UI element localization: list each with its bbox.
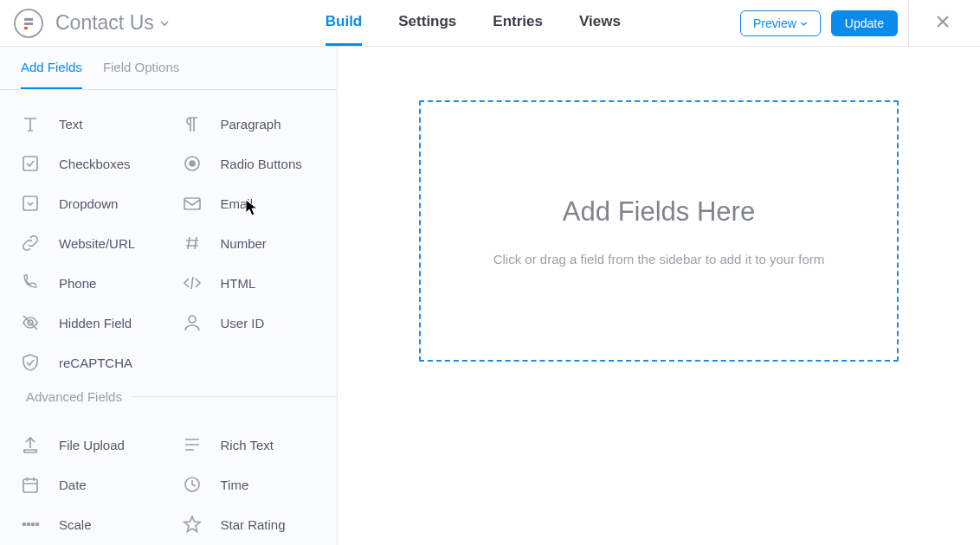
dropdown-icon bbox=[19, 192, 42, 215]
svg-point-15 bbox=[36, 523, 39, 526]
tab-build[interactable]: Build bbox=[326, 0, 363, 46]
main: Add Fields Field Options TextParagraphCh… bbox=[0, 47, 980, 545]
field-label: Scale bbox=[59, 517, 92, 532]
field-label: Website/URL bbox=[59, 236, 135, 251]
field-label: Dropdown bbox=[59, 196, 118, 211]
logo-glyph-icon bbox=[22, 16, 35, 30]
drop-subtitle: Click or drag a field from the sidebar t… bbox=[493, 252, 825, 266]
url-icon bbox=[19, 232, 42, 254]
tab-settings[interactable]: Settings bbox=[398, 0, 456, 46]
top-nav: Build Settings Entries Views bbox=[326, 0, 621, 46]
field-label: Radio Buttons bbox=[221, 157, 302, 171]
divider-line bbox=[132, 396, 337, 397]
number-icon bbox=[181, 232, 203, 254]
field-item-url[interactable]: Website/URL bbox=[7, 223, 169, 263]
field-item-text[interactable]: Text bbox=[7, 104, 169, 144]
field-label: User ID bbox=[221, 316, 265, 330]
upload-icon bbox=[19, 433, 42, 456]
close-button[interactable] bbox=[919, 12, 966, 35]
drop-zone[interactable]: Add Fields Here Click or drag a field fr… bbox=[419, 100, 899, 362]
field-item-time[interactable]: Time bbox=[169, 465, 331, 504]
basic-fields-grid: TextParagraphCheckboxesRadio ButtonsDrop… bbox=[0, 90, 337, 382]
phone-icon bbox=[19, 272, 42, 294]
preview-label: Preview bbox=[753, 16, 796, 30]
field-item-user[interactable]: User ID bbox=[169, 303, 331, 343]
field-label: Phone bbox=[59, 276, 96, 291]
field-item-richtext[interactable]: Rich Text bbox=[169, 425, 331, 465]
form-title-dropdown[interactable]: Contact Us bbox=[55, 11, 170, 35]
sidebar-tab-field-options[interactable]: Field Options bbox=[103, 47, 179, 89]
advanced-fields-grid: File UploadRich TextDateTimeScaleStar Ra… bbox=[0, 411, 337, 544]
field-item-captcha[interactable]: reCAPTCHA bbox=[7, 343, 169, 382]
field-label: Text bbox=[59, 117, 83, 131]
field-label: Time bbox=[221, 478, 249, 492]
hidden-icon bbox=[19, 311, 42, 334]
drop-title: Add Fields Here bbox=[563, 196, 755, 228]
field-label: Hidden Field bbox=[59, 316, 132, 330]
field-label: HTML bbox=[221, 276, 256, 291]
chevron-down-icon bbox=[159, 18, 170, 29]
time-icon bbox=[181, 473, 203, 496]
field-label: reCAPTCHA bbox=[59, 356, 132, 370]
field-item-phone[interactable]: Phone bbox=[7, 263, 169, 303]
advanced-heading: Advanced Fields bbox=[0, 389, 132, 404]
field-item-radio[interactable]: Radio Buttons bbox=[169, 144, 331, 183]
top-right-actions: Preview Update bbox=[740, 0, 980, 46]
field-item-paragraph[interactable]: Paragraph bbox=[169, 104, 331, 144]
field-item-upload[interactable]: File Upload bbox=[7, 425, 169, 465]
field-label: Star Rating bbox=[221, 517, 286, 532]
field-item-hidden[interactable]: Hidden Field bbox=[7, 303, 169, 343]
svg-rect-7 bbox=[184, 198, 200, 209]
field-item-number[interactable]: Number bbox=[169, 223, 331, 263]
field-item-date[interactable]: Date bbox=[7, 465, 169, 504]
svg-rect-6 bbox=[23, 196, 37, 210]
update-button[interactable]: Update bbox=[831, 10, 898, 36]
field-label: Number bbox=[221, 236, 267, 251]
field-label: Checkboxes bbox=[59, 157, 131, 171]
svg-point-9 bbox=[189, 316, 196, 323]
svg-point-12 bbox=[23, 523, 26, 526]
tab-entries[interactable]: Entries bbox=[493, 0, 543, 46]
sidebar-tab-add-fields[interactable]: Add Fields bbox=[21, 47, 82, 89]
field-item-email[interactable]: Email bbox=[169, 183, 331, 223]
svg-point-14 bbox=[32, 523, 35, 526]
field-item-scale[interactable]: Scale bbox=[7, 504, 169, 544]
checkbox-icon bbox=[19, 152, 42, 175]
field-label: Rich Text bbox=[221, 438, 274, 452]
svg-rect-10 bbox=[23, 479, 37, 492]
separator bbox=[908, 0, 909, 47]
form-title-text: Contact Us bbox=[55, 11, 154, 35]
field-label: File Upload bbox=[59, 438, 125, 452]
field-label: Paragraph bbox=[221, 117, 281, 131]
sidebar: Add Fields Field Options TextParagraphCh… bbox=[0, 47, 338, 545]
field-label: Email bbox=[221, 196, 254, 211]
brand-area: Contact Us bbox=[0, 9, 170, 38]
star-icon bbox=[181, 513, 203, 535]
date-icon bbox=[19, 473, 42, 496]
field-item-checkbox[interactable]: Checkboxes bbox=[7, 144, 169, 183]
topbar: Contact Us Build Settings Entries Views … bbox=[0, 0, 980, 47]
paragraph-icon bbox=[181, 112, 203, 135]
svg-rect-1 bbox=[24, 22, 33, 25]
svg-rect-3 bbox=[23, 157, 37, 170]
canvas: Add Fields Here Click or drag a field fr… bbox=[338, 47, 980, 545]
captcha-icon bbox=[19, 351, 42, 374]
caret-down-icon bbox=[800, 16, 808, 30]
scale-icon bbox=[19, 513, 42, 535]
field-item-html[interactable]: HTML bbox=[169, 263, 331, 303]
email-icon bbox=[181, 192, 203, 215]
field-item-star[interactable]: Star Rating bbox=[169, 504, 331, 544]
close-icon bbox=[935, 14, 951, 29]
svg-rect-2 bbox=[24, 27, 28, 29]
svg-rect-0 bbox=[24, 18, 33, 21]
field-label: Date bbox=[59, 478, 87, 492]
tab-views[interactable]: Views bbox=[579, 0, 621, 46]
html-icon bbox=[181, 272, 203, 294]
radio-icon bbox=[181, 152, 203, 175]
richtext-icon bbox=[181, 433, 203, 456]
field-item-dropdown[interactable]: Dropdown bbox=[7, 183, 169, 223]
preview-button[interactable]: Preview bbox=[740, 10, 821, 36]
brand-logo[interactable] bbox=[14, 9, 43, 38]
advanced-section-divider: Advanced Fields bbox=[0, 389, 337, 404]
user-icon bbox=[181, 311, 203, 334]
